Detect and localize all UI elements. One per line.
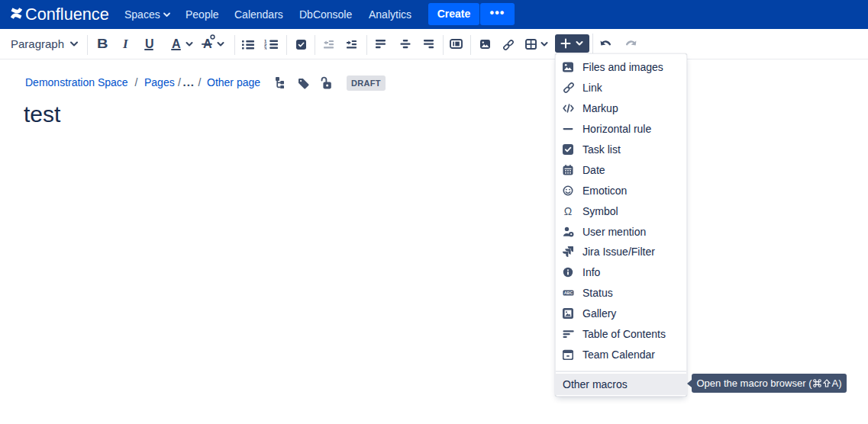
svg-text:Ω: Ω [564,206,572,217]
svg-text:ABC: ABC [564,291,573,295]
svg-text:3: 3 [264,47,267,50]
